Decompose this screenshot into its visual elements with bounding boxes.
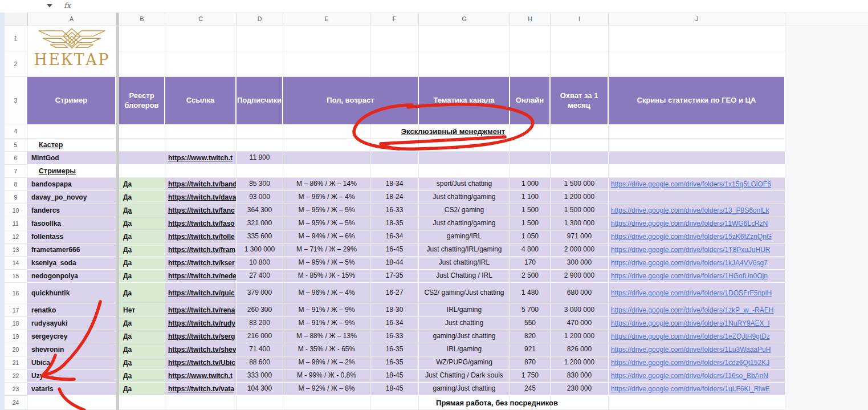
cell-B11-registry[interactable]: Да xyxy=(119,217,165,230)
cell-I24[interactable] xyxy=(551,396,609,410)
cell-D24[interactable] xyxy=(237,396,283,410)
cell-B20-registry[interactable]: Да xyxy=(119,343,165,356)
cell-C5[interactable] xyxy=(165,139,237,152)
cell-G16-theme[interactable]: CS2/ gaming/Just chatting xyxy=(419,283,510,303)
table-header-G[interactable]: Тематика канала xyxy=(419,77,510,124)
cell-F13-age[interactable]: 16-45 xyxy=(370,243,419,257)
cell-A14-streamer-name[interactable]: kseniya_soda xyxy=(27,257,116,270)
cell-G15-theme[interactable]: Just Chatting / IRL xyxy=(419,270,510,283)
cell-D6-subscribers[interactable]: 11 800 xyxy=(237,152,283,165)
cell-I4[interactable] xyxy=(551,124,609,139)
cell-J14-drive-link[interactable]: https://drive.google.com/drive/folders/1… xyxy=(609,257,785,270)
cell-D23-subscribers[interactable]: 104 300 xyxy=(237,383,283,396)
row-header-17[interactable]: 17 xyxy=(5,303,27,317)
cell-D22-subscribers[interactable]: 333 000 xyxy=(237,370,283,383)
cell-D9-subscribers[interactable]: 93 000 xyxy=(237,191,283,204)
cell-I7[interactable] xyxy=(551,165,609,178)
cell-J6[interactable] xyxy=(609,152,785,165)
cell-D8-subscribers[interactable]: 85 300 xyxy=(237,178,283,191)
cell-C4[interactable] xyxy=(165,124,237,139)
cell-H11-online[interactable]: 1 500 xyxy=(510,217,551,230)
cell-I8-reach[interactable]: 1 500 000 xyxy=(551,178,609,191)
cell-I20-reach[interactable]: 826 000 xyxy=(551,343,609,356)
cell-E18-gender[interactable]: М – 91% / Ж – 9% xyxy=(283,317,370,330)
cell-I21-reach[interactable]: 1 200 000 xyxy=(551,356,609,370)
cell-B15-registry[interactable]: Да xyxy=(119,270,165,283)
cell-A1-logo[interactable] xyxy=(27,26,116,77)
cell-G8-theme[interactable]: sport/Just chatting xyxy=(419,178,510,191)
cell-A23-streamer-name[interactable]: vatarls xyxy=(27,383,116,396)
cell-F8-age[interactable]: 18-34 xyxy=(370,178,419,191)
cell-F4[interactable] xyxy=(370,124,419,139)
cell-C2[interactable] xyxy=(165,51,237,77)
cell-H22-online[interactable]: 1 750 xyxy=(510,370,551,383)
cell-J8-drive-link[interactable]: https://drive.google.com/drive/folders/1… xyxy=(609,178,785,191)
cell-C17-twitch-link[interactable]: https://twitch.tv/rena xyxy=(165,303,237,317)
table-header-D[interactable]: Подписчики xyxy=(237,77,283,124)
cell-C14-twitch-link[interactable]: https://twitch.tv/kser xyxy=(165,257,237,270)
column-header-G[interactable]: G xyxy=(419,13,510,25)
cell-H15-online[interactable]: 2 500 xyxy=(510,270,551,283)
column-header-C[interactable]: C xyxy=(165,13,237,25)
cell-E10-gender[interactable]: М – 95% / Ж – 5% xyxy=(283,204,370,217)
cell-J10-drive-link[interactable]: https://drive.google.com/drive/folders/1… xyxy=(609,204,785,217)
cell-C19-twitch-link[interactable]: https://twitch.tv/serg xyxy=(165,330,237,343)
cell-E22-gender[interactable]: М - 99% / Ж - 0,8% xyxy=(283,370,370,383)
cell-A13-streamer-name[interactable]: frametamer666 xyxy=(27,243,116,257)
cell-B21-registry[interactable]: Да xyxy=(119,356,165,370)
cell-B9-registry[interactable]: Да xyxy=(119,191,165,204)
cell-B4[interactable] xyxy=(119,124,165,139)
row-header-19[interactable]: 19 xyxy=(5,330,27,343)
table-header-I[interactable]: Охват за 1 месяц xyxy=(551,77,609,124)
cell-F23-age[interactable]: 18-45 xyxy=(370,383,419,396)
cell-J21-drive-link[interactable]: https://drive.google.com/drive/folders/1… xyxy=(609,356,785,370)
cell-G10-theme[interactable]: CS2/ gaming xyxy=(419,204,510,217)
cell-A18-streamer-name[interactable]: rudysayuki xyxy=(27,317,116,330)
cell-I16-reach[interactable]: 680 000 xyxy=(551,283,609,303)
cell-G23-theme[interactable]: gaming/Just chatting xyxy=(419,383,510,396)
column-header-D[interactable]: D xyxy=(237,13,283,25)
cell-B1[interactable] xyxy=(119,26,165,51)
row-header-20[interactable]: 20 xyxy=(5,343,27,356)
cell-G7[interactable] xyxy=(419,165,510,178)
column-header-F[interactable]: F xyxy=(370,13,419,25)
cell-H2[interactable] xyxy=(510,51,551,77)
cell-F10-age[interactable]: 16-33 xyxy=(370,204,419,217)
cell-H20-online[interactable]: 921 xyxy=(510,343,551,356)
cell-E21-gender[interactable]: М – 98% / Ж – 2% xyxy=(283,356,370,370)
cell-E15-gender[interactable]: М - 85% / Ж - 15% xyxy=(283,270,370,283)
table-header-C[interactable]: Ссылка xyxy=(165,77,237,124)
cell-J12-drive-link[interactable]: https://drive.google.com/drive/folders/1… xyxy=(609,230,785,243)
cell-I15-reach[interactable]: 2 900 000 xyxy=(551,270,609,283)
cell-I23-reach[interactable]: 230 000 xyxy=(551,383,609,396)
cell-G1[interactable] xyxy=(419,26,510,51)
row-header-21[interactable]: 21 xyxy=(5,356,27,370)
column-header-J[interactable]: J xyxy=(609,13,785,25)
cell-F11-age[interactable]: 18-35 xyxy=(370,217,419,230)
cell-I5[interactable] xyxy=(551,139,609,152)
cell-D10-subscribers[interactable]: 364 300 xyxy=(237,204,283,217)
cell-C21-twitch-link[interactable]: https://twitch.tv/Ubic xyxy=(165,356,237,370)
cell-B16-registry[interactable]: Да xyxy=(119,283,165,303)
cell-E2[interactable] xyxy=(283,51,370,77)
cell-A17-streamer-name[interactable]: renatko xyxy=(27,303,116,317)
cell-G12-theme[interactable]: gaming/IRL xyxy=(419,230,510,243)
cell-H4[interactable] xyxy=(510,124,551,139)
cell-F17-age[interactable]: 18-30 xyxy=(370,303,419,317)
cell-E4[interactable] xyxy=(283,124,370,139)
cell-A10-streamer-name[interactable]: fandercs xyxy=(27,204,116,217)
cell-J18-drive-link[interactable]: https://drive.google.com/drive/folders/1… xyxy=(609,317,785,330)
cell-B6[interactable] xyxy=(119,152,165,165)
cell-F19-age[interactable]: 16-33 xyxy=(370,330,419,343)
column-header-H[interactable]: H xyxy=(510,13,551,25)
cell-G17-theme[interactable]: IRL/gaming xyxy=(419,303,510,317)
cell-J17-drive-link[interactable]: https://drive.google.com/drive/folders/1… xyxy=(609,303,785,317)
cell-B7[interactable] xyxy=(119,165,165,178)
table-header-B[interactable]: Реестр блогеров xyxy=(119,77,165,124)
cell-H9-online[interactable]: 1 100 xyxy=(510,191,551,204)
column-header-B[interactable]: B xyxy=(119,13,165,25)
table-header-H[interactable]: Онлайн xyxy=(510,77,551,124)
cell-G21-theme[interactable]: WZ/PUPG/gaming xyxy=(419,356,510,370)
cell-H14-online[interactable]: 170 xyxy=(510,257,551,270)
column-header-I[interactable]: I xyxy=(551,13,609,25)
